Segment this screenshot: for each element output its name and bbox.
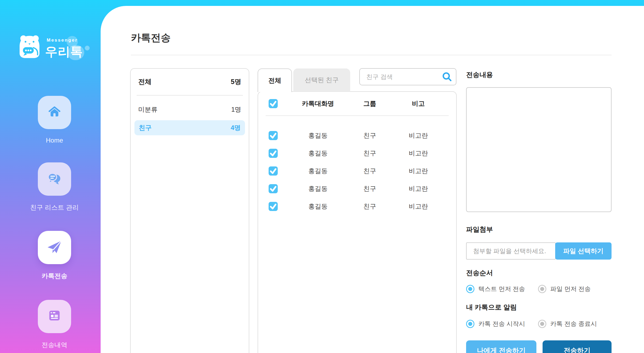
tab-label: 선택된 친구 (305, 76, 339, 84)
magnifier-icon[interactable] (442, 72, 453, 83)
col-header-name: 카톡대화명 (302, 99, 334, 108)
file-attach-label: 파일첨부 (466, 225, 493, 234)
groups-panel: 전체 5명 미분류 1명 친구 4명 (130, 68, 249, 353)
cell-group: 친구 (363, 131, 376, 140)
sidebar-item-label: 친구 리스트 관리 (0, 203, 109, 212)
cell-name: 홍길동 (308, 167, 328, 175)
title-divider (131, 55, 612, 55)
cell-note: 비고란 (409, 202, 428, 211)
send-button[interactable]: 전송하기 (543, 340, 612, 353)
cell-note: 비고란 (409, 167, 428, 175)
table-row: 홍길동 친구 비고란 (258, 180, 456, 198)
group-name: 미분류 (138, 105, 158, 114)
radio-selected-icon (466, 285, 474, 293)
group-name: 친구 (139, 123, 152, 132)
table-row: 홍길동 친구 비고란 (258, 198, 456, 215)
radio-label: 카톡 전송 시작시 (478, 320, 525, 328)
send-content-textarea[interactable] (466, 87, 612, 212)
radio-notify-start[interactable]: 카톡 전송 시작시 (466, 320, 525, 328)
radio-file-first[interactable]: 파일 먼저 전송 (538, 285, 591, 293)
cell-name: 홍길동 (308, 202, 328, 211)
table-row: 홍길동 친구 비고란 (258, 162, 456, 180)
file-select-button[interactable]: 파일 선택하기 (555, 242, 612, 260)
notify-label: 내 카톡으로 알림 (466, 303, 517, 312)
notify-options: 카톡 전송 시작시 카톡 전송 종료시 (466, 319, 616, 329)
paper-plane-icon (46, 238, 63, 257)
chat-bubbles-icon (46, 170, 63, 188)
sidebar-item-kakao-send[interactable]: 카톡전송 (0, 231, 109, 279)
send-content-label: 전송내용 (466, 70, 493, 79)
send-order-options: 텍스트 먼저 전송 파일 먼저 전송 (466, 284, 616, 294)
radio-label: 텍스트 먼저 전송 (478, 285, 525, 293)
cell-note: 비고란 (409, 131, 428, 140)
sidebar-item-friend-list[interactable]: 친구 리스트 관리 (0, 162, 109, 211)
cell-name: 홍길동 (308, 184, 328, 193)
file-path-input[interactable] (466, 242, 556, 260)
cell-note: 비고란 (409, 149, 428, 158)
home-icon (46, 104, 63, 121)
col-header-group: 그룹 (363, 99, 376, 108)
friend-search-input[interactable] (366, 69, 441, 85)
row-checkbox[interactable] (269, 166, 278, 176)
radio-label: 카톡 전송 종료시 (550, 320, 597, 328)
decor-blob (85, 46, 90, 50)
sidebar-item-label: Home (0, 137, 109, 144)
home-tile[interactable] (38, 96, 71, 129)
send-history-tile[interactable] (38, 300, 71, 333)
group-row-unsorted[interactable]: 미분류 1명 (138, 105, 241, 114)
cell-group: 친구 (363, 167, 376, 175)
send-to-me-button[interactable]: 나에게 전송하기 (466, 340, 536, 353)
radio-selected-icon (466, 320, 474, 328)
groups-total-count: 5명 (231, 77, 241, 86)
row-checkbox[interactable] (269, 202, 278, 211)
cell-note: 비고란 (409, 184, 428, 193)
groups-total-row: 전체 5명 (138, 77, 241, 86)
table-header: 카톡대화명 그룹 비고 (258, 92, 456, 115)
radio-unselected-icon (538, 320, 546, 328)
kakao-send-tile[interactable] (38, 231, 71, 264)
table-row: 홍길동 친구 비고란 (258, 127, 456, 144)
row-checkbox[interactable] (269, 184, 278, 193)
tab-all[interactable]: 전체 (258, 68, 292, 92)
sidebar-item-label: 카톡전송 (0, 272, 109, 280)
send-order-label: 전송순서 (466, 268, 493, 277)
table-row: 홍길동 친구 비고란 (258, 144, 456, 162)
browser-window-icon (46, 308, 63, 325)
friend-search-box (359, 68, 456, 85)
radio-unselected-icon (538, 285, 546, 293)
radio-text-first[interactable]: 텍스트 먼저 전송 (466, 285, 525, 293)
sidebar-item-send-history[interactable]: 전송내역 (0, 300, 109, 348)
group-count: 4명 (231, 123, 241, 132)
table-header-divider (266, 115, 449, 116)
row-checkbox[interactable] (269, 131, 278, 140)
cell-group: 친구 (363, 149, 376, 158)
group-row-friends[interactable]: 친구 4명 (134, 120, 245, 135)
friends-table: 카톡대화명 그룹 비고 홍길동 친구 비고란 홍길동 친구 비고란 홍길동 친구… (258, 91, 457, 353)
bear-messenger-icon (18, 34, 41, 61)
row-checkbox[interactable] (269, 149, 278, 158)
tab-selected-friends[interactable]: 선택된 친구 (293, 68, 350, 92)
col-header-note: 비고 (412, 99, 425, 108)
friend-list-tile[interactable] (38, 162, 71, 196)
sidebar-item-home[interactable]: Home (0, 96, 109, 144)
groups-divider (137, 95, 243, 96)
radio-notify-end[interactable]: 카톡 전송 종료시 (538, 320, 597, 328)
groups-total-label: 전체 (138, 77, 152, 86)
page-title: 카톡전송 (131, 31, 171, 45)
cell-group: 친구 (363, 184, 376, 193)
cell-name: 홍길동 (308, 131, 328, 140)
sidebar-item-label: 전송내역 (0, 341, 109, 349)
group-count: 1명 (231, 105, 241, 114)
cell-name: 홍길동 (308, 149, 328, 158)
select-all-checkbox[interactable] (269, 99, 278, 108)
tab-label: 전체 (268, 76, 281, 85)
radio-label: 파일 먼저 전송 (550, 285, 591, 293)
cell-group: 친구 (363, 202, 376, 211)
